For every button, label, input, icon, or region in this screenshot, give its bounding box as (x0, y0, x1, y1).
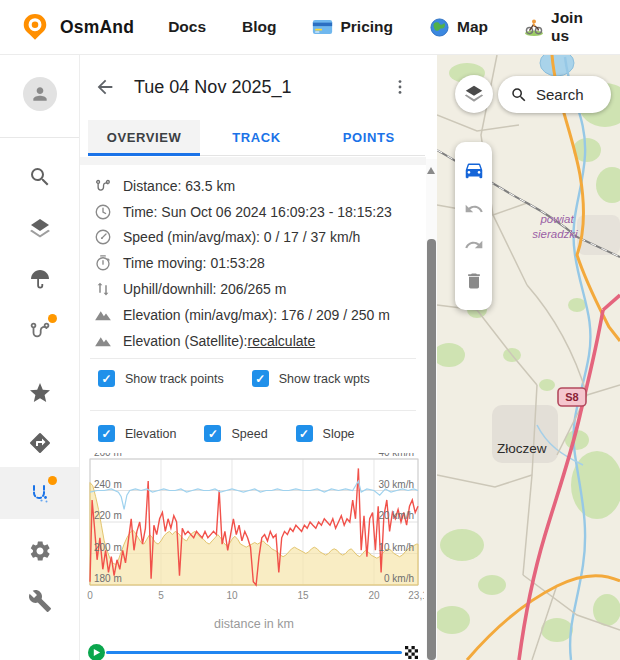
checkbox[interactable]: ✓ (204, 425, 221, 442)
left-axis-tick: 220 m (94, 510, 122, 521)
sidebar-item-tools[interactable] (0, 575, 79, 627)
kebab-menu-icon[interactable] (387, 74, 413, 100)
map-tools-panel (455, 142, 492, 310)
sidebar-divider (0, 137, 79, 138)
mountains-icon (94, 306, 112, 324)
route-icon (94, 177, 112, 195)
stat-text: Elevation (Satellite): (123, 333, 248, 349)
umbrella-icon (28, 267, 52, 291)
nav-link-pricing[interactable]: Pricing (312, 18, 393, 36)
sidebar-item-cloud-tracks[interactable] (0, 467, 79, 519)
tab-points[interactable]: POINTS (313, 120, 425, 155)
tabs-strip (80, 157, 426, 165)
sidebar-item-favorites[interactable] (0, 367, 79, 419)
content-area: Tue 04 Nov 2025_1 OVERVIEWTRACKPOINTS Di… (0, 55, 620, 660)
checkbox[interactable]: ✓ (98, 425, 115, 442)
osmand-logo-icon (20, 11, 50, 43)
sidebar-item-configure-map[interactable] (0, 203, 79, 255)
left-axis-tick: 240 m (94, 479, 122, 490)
display-toggles: ✓Show track points✓Show track wpts (98, 370, 398, 387)
nav-link-label: Join us (551, 9, 584, 45)
checkbox-label: Show track points (125, 372, 224, 386)
nav-links: DocsBlogPricingMapJoin us (168, 9, 620, 45)
undo-icon (464, 199, 484, 219)
slider-track[interactable] (106, 651, 402, 654)
divider (90, 358, 416, 359)
stat-text: Elevation (min/avg/max): 176 / 209 / 250… (123, 307, 390, 323)
map-layers-button[interactable] (455, 75, 493, 113)
left-axis-tick: 180 m (94, 573, 122, 584)
tracks-cloud-icon (28, 481, 52, 505)
checkbox-label: Slope (323, 427, 355, 441)
play-button[interactable] (88, 644, 105, 660)
toggle-show-track-wpts: ✓Show track wpts (252, 370, 370, 387)
credit-card-icon (312, 19, 333, 35)
car-icon (463, 159, 485, 181)
nav-link-join-us[interactable]: Join us (524, 9, 584, 45)
redo-icon (464, 235, 484, 255)
nav-link-blog[interactable]: Blog (242, 18, 276, 36)
town-label: Złoczew (497, 441, 547, 456)
scrollbar-thumb[interactable] (427, 239, 436, 660)
search-label: Search (536, 86, 584, 103)
route-icon (28, 319, 52, 343)
checkbox[interactable]: ✓ (252, 370, 269, 387)
panel-tabs: OVERVIEWTRACKPOINTS (88, 120, 425, 156)
toggle-elevation: ✓Elevation (98, 425, 176, 442)
speedometer-icon (94, 228, 112, 246)
osmand-brand[interactable]: OsmAnd (20, 11, 134, 43)
sidebar-item-plan-route[interactable] (0, 305, 79, 357)
timer-icon (94, 254, 112, 272)
right-axis-tick: 40 km/h (378, 453, 414, 458)
x-axis-tick: 23,1 (408, 590, 424, 601)
scrollbar-up-arrow[interactable] (427, 167, 435, 174)
stat-row: Uphill/downhill: 206/265 m (94, 276, 414, 302)
delete-button[interactable] (455, 266, 492, 296)
nav-link-label: Docs (168, 18, 206, 36)
x-axis-tick: 10 (226, 590, 238, 601)
checkbox[interactable]: ✓ (98, 370, 115, 387)
stat-text: Uphill/downhill: 206/265 m (123, 281, 286, 297)
sidebar-item-search[interactable] (0, 151, 79, 203)
checkbox-label: Elevation (125, 427, 176, 441)
recalculate-link[interactable]: recalculate (248, 333, 316, 349)
search-icon (510, 86, 528, 104)
layers-icon (463, 83, 485, 105)
tab-overview[interactable]: OVERVIEW (88, 120, 200, 155)
undo-button[interactable] (455, 194, 492, 224)
tab-track[interactable]: TRACK (200, 120, 312, 155)
finish-flag-icon[interactable] (405, 645, 418, 658)
sidebar-item-account[interactable] (0, 68, 79, 120)
toggle-speed: ✓Speed (204, 425, 267, 442)
map-view[interactable]: powiat sieradzki S8 Złoczew (437, 55, 620, 660)
road-badge-s8: S8 (558, 388, 586, 406)
wrench-icon (28, 589, 52, 613)
chart-series-slope (90, 481, 418, 509)
elevation-speed-chart[interactable]: 260 m240 m220 m200 m180 m40 km/h30 km/h2… (84, 453, 424, 603)
checkbox[interactable]: ✓ (296, 425, 313, 442)
right-axis-tick: 0 km/h (384, 573, 414, 584)
stat-text: Time: Sun Oct 06 2024 16:09:23 - 18:15:2… (123, 204, 392, 220)
x-axis-tick: 0 (87, 590, 93, 601)
trash-icon (464, 271, 484, 291)
map-search-button[interactable]: Search (498, 76, 611, 113)
left-axis-tick: 200 m (94, 542, 122, 553)
redo-button[interactable] (455, 230, 492, 260)
nav-link-docs[interactable]: Docs (168, 18, 206, 36)
back-button[interactable] (92, 74, 118, 100)
stat-row: Speed (min/avg/max): 0 / 17 / 37 km/h (94, 225, 414, 251)
toggle-slope: ✓Slope (296, 425, 355, 442)
track-panel: Tue 04 Nov 2025_1 OVERVIEWTRACKPOINTS Di… (80, 55, 437, 660)
navigation-car-button[interactable] (455, 155, 492, 185)
nav-link-map[interactable]: Map (429, 18, 488, 36)
checkbox-label: Speed (231, 427, 267, 441)
right-axis-tick: 30 km/h (378, 479, 414, 490)
toggle-show-track-points: ✓Show track points (98, 370, 224, 387)
x-axis-tick: 15 (297, 590, 309, 601)
sidebar-item-weather[interactable] (0, 253, 79, 305)
star-icon (28, 381, 52, 405)
left-sidebar (0, 55, 80, 660)
sidebar-item-navigation[interactable] (0, 417, 79, 469)
sidebar-item-settings[interactable] (0, 525, 79, 577)
avatar (23, 77, 57, 111)
